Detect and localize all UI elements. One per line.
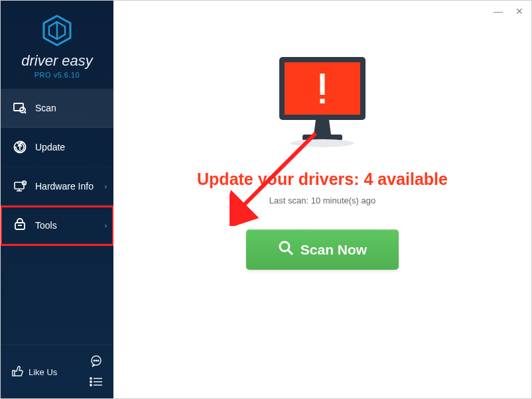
svg-point-16 bbox=[98, 360, 99, 361]
svg-rect-11 bbox=[15, 223, 25, 229]
svg-point-14 bbox=[94, 360, 95, 361]
svg-point-28 bbox=[291, 139, 354, 147]
search-icon bbox=[278, 240, 294, 259]
sidebar-item-label: Update bbox=[35, 142, 65, 152]
logo-area: driver easy PRO v5.6.10 bbox=[1, 1, 113, 89]
close-button[interactable]: ✕ bbox=[514, 6, 525, 17]
thumbs-up-icon bbox=[11, 365, 23, 379]
bottom-icons bbox=[90, 355, 103, 389]
like-us-button[interactable]: Like Us bbox=[11, 365, 57, 379]
sidebar-item-hardware-info[interactable]: i Hardware Info › bbox=[1, 167, 113, 206]
chevron-right-icon: › bbox=[105, 183, 107, 190]
svg-point-3 bbox=[20, 107, 25, 113]
feedback-icon[interactable] bbox=[90, 355, 103, 370]
sidebar-bottom: Like Us bbox=[1, 345, 113, 398]
sidebar-item-label: Tools bbox=[35, 220, 57, 231]
tools-icon bbox=[13, 218, 27, 233]
chevron-right-icon: › bbox=[105, 222, 107, 229]
update-icon bbox=[13, 140, 27, 154]
svg-line-30 bbox=[289, 251, 293, 255]
scan-now-button[interactable]: Scan Now bbox=[246, 229, 399, 270]
app-name: driver easy bbox=[11, 52, 103, 70]
svg-line-4 bbox=[25, 112, 26, 113]
scan-icon bbox=[13, 101, 27, 115]
svg-point-29 bbox=[280, 242, 289, 251]
sidebar-item-label: Scan bbox=[35, 103, 56, 113]
app-version: PRO v5.6.10 bbox=[11, 71, 103, 79]
svg-rect-26 bbox=[320, 99, 325, 103]
svg-point-21 bbox=[90, 384, 92, 386]
headline-text: Update your drivers: 4 available bbox=[197, 170, 448, 189]
sidebar-item-tools[interactable]: Tools › bbox=[1, 206, 113, 245]
svg-point-15 bbox=[96, 360, 97, 361]
app-window: driver easy PRO v5.6.10 Scan bbox=[1, 1, 531, 398]
svg-point-17 bbox=[90, 378, 92, 379]
sidebar-nav: Scan Update bbox=[1, 89, 113, 345]
last-scan-text: Last scan: 10 minute(s) ago bbox=[269, 196, 375, 205]
minimize-button[interactable]: — bbox=[493, 6, 503, 17]
logo-icon bbox=[11, 14, 103, 47]
sidebar-item-label: Hardware Info bbox=[35, 181, 94, 192]
menu-icon[interactable] bbox=[90, 377, 103, 389]
sidebar: driver easy PRO v5.6.10 Scan bbox=[1, 1, 113, 398]
alert-monitor-graphic bbox=[269, 54, 375, 152]
sidebar-item-update[interactable]: Update bbox=[1, 128, 113, 167]
main-content: — ✕ Update your drivers: 4 available Las… bbox=[113, 1, 531, 398]
like-us-label: Like Us bbox=[29, 367, 57, 377]
hardware-icon: i bbox=[13, 179, 27, 194]
svg-rect-25 bbox=[320, 74, 325, 95]
window-controls: — ✕ bbox=[493, 6, 525, 17]
scan-now-label: Scan Now bbox=[300, 242, 367, 258]
svg-point-19 bbox=[90, 381, 92, 382]
sidebar-item-scan[interactable]: Scan bbox=[1, 89, 113, 128]
